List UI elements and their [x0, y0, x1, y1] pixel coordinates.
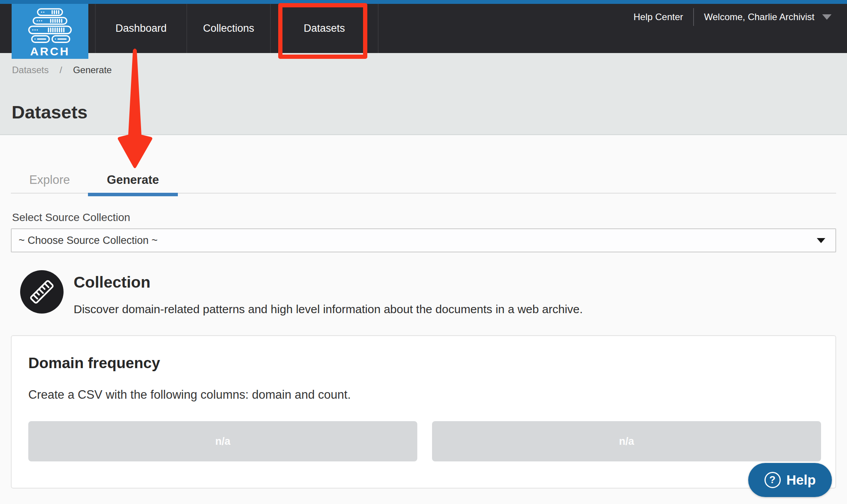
tabs-bar: Explore Generate — [11, 166, 836, 194]
help-button-label: Help — [787, 472, 816, 488]
help-center-link[interactable]: Help Center — [634, 12, 683, 22]
top-accent-bar — [0, 0, 847, 4]
nav-item-datasets[interactable]: Datasets — [271, 4, 379, 53]
generate-dataset-button[interactable]: n/a — [28, 421, 417, 461]
source-collection-selected-value: ~ Choose Source Collection ~ — [19, 235, 158, 247]
active-tab-indicator — [88, 193, 178, 196]
nav-item-collections[interactable]: Collections — [187, 4, 271, 53]
arch-logo-text: ARCH — [30, 45, 70, 58]
page-header-band: Datasets / Generate Datasets — [0, 53, 847, 135]
user-menu[interactable]: Welcome, Charlie Archivist — [704, 12, 832, 22]
dropdown-caret-icon — [817, 238, 825, 243]
navbar-right: Help Center Welcome, Charlie Archivist — [634, 4, 832, 30]
question-mark-icon: ? — [764, 472, 781, 488]
breadcrumb-separator: / — [60, 65, 62, 75]
tab-generate[interactable]: Generate — [88, 166, 178, 194]
source-collection-select[interactable]: ~ Choose Source Collection ~ — [11, 228, 836, 252]
welcome-label: Welcome, Charlie Archivist — [704, 12, 814, 22]
chevron-down-icon — [822, 14, 832, 20]
job-buttons-row: n/a n/a — [28, 421, 821, 461]
page: { "nav": { "logo_text": "ARCH", "items":… — [0, 0, 847, 504]
server-stack-icon — [21, 8, 79, 44]
collection-category-description: Discover domain-related patterns and hig… — [74, 303, 583, 316]
source-collection-label: Select Source Collection — [12, 211, 130, 224]
main-nav: Dashboard Collections Datasets — [95, 4, 379, 53]
breadcrumb-datasets[interactable]: Datasets — [12, 65, 49, 75]
nav-item-dashboard[interactable]: Dashboard — [96, 4, 187, 53]
collection-category-icon — [20, 270, 64, 314]
arch-logo[interactable]: ARCH — [12, 4, 88, 59]
breadcrumb-generate: Generate — [73, 65, 112, 75]
domain-frequency-card: Domain frequency Create a CSV with the f… — [11, 335, 836, 489]
collection-category-title: Collection — [74, 273, 150, 291]
navbar-divider — [693, 8, 694, 26]
job-description: Create a CSV with the following columns:… — [28, 388, 351, 402]
breadcrumb: Datasets / Generate — [12, 65, 112, 75]
view-dataset-button[interactable]: n/a — [432, 421, 821, 461]
page-title: Datasets — [12, 103, 88, 122]
tab-explore[interactable]: Explore — [21, 166, 78, 194]
job-title: Domain frequency — [28, 355, 160, 372]
tab-generate-label: Generate — [107, 173, 159, 187]
help-button[interactable]: ? Help — [748, 463, 832, 497]
ruler-icon — [29, 279, 55, 305]
